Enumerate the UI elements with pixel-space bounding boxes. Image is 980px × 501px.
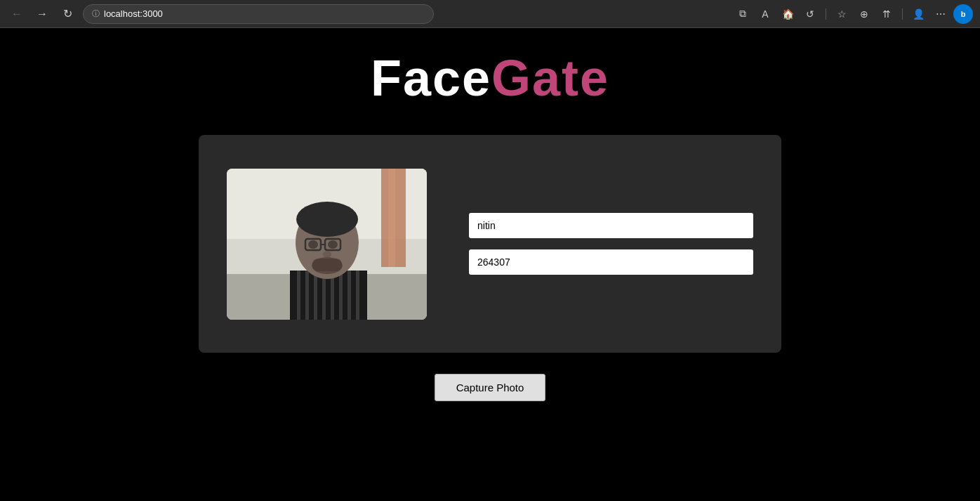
capture-photo-button[interactable]: Capture Photo [435, 374, 546, 401]
favorites-icon[interactable]: ☆ [832, 4, 852, 24]
svg-rect-8 [314, 271, 317, 320]
share-icon[interactable]: ⇈ [877, 4, 896, 24]
id-input[interactable] [469, 249, 753, 275]
more-icon[interactable]: ⋯ [931, 4, 951, 24]
title-gate: Gate [491, 50, 609, 106]
form-fields [469, 213, 753, 275]
profile-icon[interactable]: 👤 [908, 4, 928, 24]
forward-button[interactable]: → [32, 4, 52, 24]
svg-point-20 [308, 240, 318, 249]
collections-icon[interactable]: ⊕ [854, 4, 874, 24]
page-content: FaceGate [0, 28, 980, 501]
svg-point-21 [328, 240, 338, 249]
main-card [199, 135, 781, 353]
camera-feed [227, 169, 427, 320]
bing-icon[interactable]: b [953, 4, 973, 24]
tab-icon[interactable]: ⧉ [733, 4, 753, 24]
svg-rect-13 [356, 271, 359, 320]
svg-rect-6 [297, 271, 300, 320]
divider [826, 8, 826, 20]
divider2 [902, 8, 903, 20]
svg-rect-11 [339, 271, 343, 320]
history-icon[interactable]: ↺ [800, 4, 820, 24]
refresh-button[interactable]: ↻ [58, 4, 77, 24]
reading-mode-icon[interactable]: A [755, 4, 775, 24]
home-icon[interactable]: 🏠 [778, 4, 797, 24]
svg-rect-12 [347, 271, 351, 320]
browser-icons-right: ⧉ A 🏠 ↺ ☆ ⊕ ⇈ 👤 ⋯ b [733, 4, 973, 24]
address-bar[interactable]: ⓘ localhost:3000 [83, 4, 434, 24]
camera-svg [227, 169, 427, 320]
svg-rect-7 [305, 271, 309, 320]
lock-icon: ⓘ [92, 8, 100, 19]
browser-chrome: ← → ↻ ⓘ localhost:3000 ⧉ A 🏠 ↺ ☆ ⊕ ⇈ 👤 ⋯… [0, 0, 980, 28]
app-title: FaceGate [371, 49, 609, 107]
svg-rect-3 [388, 169, 395, 267]
svg-point-16 [296, 202, 358, 237]
svg-rect-24 [312, 259, 342, 271]
title-face: Face [371, 50, 491, 106]
url-text: localhost:3000 [104, 8, 163, 19]
name-input[interactable] [469, 213, 753, 238]
back-button[interactable]: ← [7, 4, 27, 24]
capture-btn-container: Capture Photo [435, 374, 546, 401]
svg-point-22 [323, 251, 331, 258]
